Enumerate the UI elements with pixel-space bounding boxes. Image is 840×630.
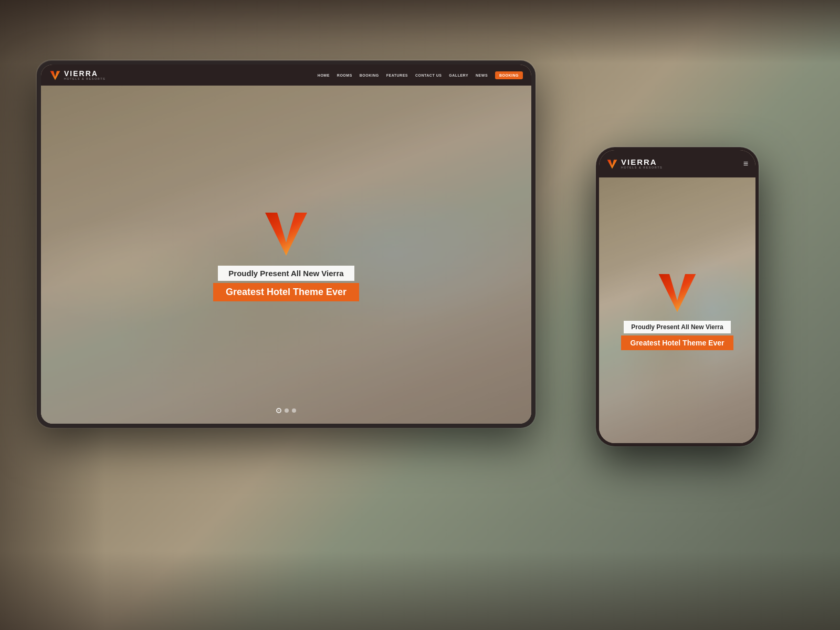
scene: VIERRA HOTELS & RESORTS HOME ROOMS BOOKI… [0, 0, 840, 630]
dot-1[interactable] [276, 408, 281, 413]
logo-v-icon [49, 69, 61, 81]
hero-pre-title: Proudly Present All New Vierra [218, 266, 354, 281]
nav-rooms[interactable]: ROOMS [337, 74, 352, 77]
mobile-hero-v-logo [656, 270, 698, 314]
brand-subtitle: HOTELS & RESORTS [64, 78, 106, 81]
nav-cta-button[interactable]: BOOKING [495, 71, 523, 79]
nav-news[interactable]: NEWS [476, 74, 488, 77]
mobile-hero-text-box: Proudly Present All New Vierra Greatest … [599, 321, 755, 350]
hamburger-icon[interactable]: ≡ [743, 159, 748, 169]
hero-v-logo [262, 208, 310, 258]
tablet-logo: VIERRA HOTELS & RESORTS [49, 69, 106, 81]
mobile-navbar: VIERRA HOTELS & RESORTS ≡ [599, 150, 755, 177]
mobile-screen: VIERRA HOTELS & RESORTS ≡ [599, 150, 755, 443]
tablet-hero-content: Proudly Present All New Vierra Greatest … [41, 86, 531, 424]
svg-marker-1 [265, 213, 307, 256]
mobile-hero-content: Proudly Present All New Vierra Greatest … [599, 177, 755, 443]
mobile-brand-subtitle: HOTELS & RESORTS [621, 166, 663, 170]
hero-main-title: Greatest Hotel Theme Ever [213, 283, 359, 301]
tablet-screen: VIERRA HOTELS & RESORTS HOME ROOMS BOOKI… [41, 65, 531, 424]
nav-gallery[interactable]: GALLERY [449, 74, 468, 77]
mobile-logo-v-icon [606, 158, 618, 170]
dot-2[interactable] [285, 408, 289, 413]
nav-contact[interactable]: CONTACT US [415, 74, 442, 77]
mobile-hero-main-title: Greatest Hotel Theme Ever [621, 335, 734, 350]
tablet-navbar: VIERRA HOTELS & RESORTS HOME ROOMS BOOKI… [41, 65, 531, 86]
bg-blur-top [0, 0, 840, 63]
hero-pagination [276, 408, 296, 413]
svg-marker-3 [659, 274, 696, 312]
brand-name: VIERRA [64, 70, 106, 77]
dot-3[interactable] [292, 408, 296, 413]
mobile-hero-pre-title: Proudly Present All New Vierra [624, 321, 730, 333]
nav-home[interactable]: HOME [318, 74, 330, 77]
mobile-brand-name: VIERRA [621, 158, 663, 166]
mobile-logo: VIERRA HOTELS & RESORTS [606, 158, 743, 170]
mobile-device: VIERRA HOTELS & RESORTS ≡ [596, 147, 759, 446]
svg-marker-2 [607, 160, 617, 169]
hero-text-box: Proudly Present All New Vierra Greatest … [213, 266, 359, 301]
mobile-logo-text: VIERRA HOTELS & RESORTS [621, 158, 663, 170]
svg-marker-0 [50, 71, 60, 80]
bg-blur-bottom [0, 551, 840, 630]
nav-features[interactable]: FEATURES [386, 74, 408, 77]
nav-links: HOME ROOMS BOOKING FEATURES CONTACT US G… [318, 71, 523, 79]
tablet-device: VIERRA HOTELS & RESORTS HOME ROOMS BOOKI… [37, 60, 536, 428]
nav-booking[interactable]: BOOKING [360, 74, 379, 77]
logo-text: VIERRA HOTELS & RESORTS [64, 70, 106, 81]
